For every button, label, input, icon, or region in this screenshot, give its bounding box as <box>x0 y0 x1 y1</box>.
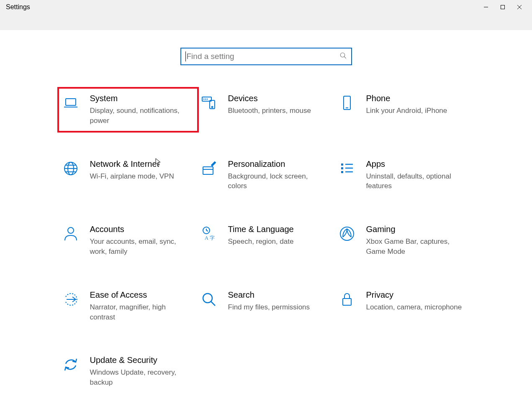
tile-desc: Windows Update, recovery, backup <box>90 368 187 388</box>
tile-accounts[interactable]: Accounts Your accounts, email, sync, wor… <box>59 220 197 262</box>
svg-rect-21 <box>203 167 213 174</box>
tile-title: Update & Security <box>90 355 187 365</box>
time-lang-icon: A字 <box>200 225 217 242</box>
tile-search[interactable]: Search Find my files, permissions <box>197 285 335 327</box>
tile-title: Devices <box>228 94 311 103</box>
person-icon <box>62 225 79 242</box>
svg-point-9 <box>203 99 204 100</box>
tile-desc: Location, camera, microphone <box>366 302 462 312</box>
search-row <box>0 48 532 65</box>
window-controls <box>483 2 532 11</box>
tile-title: Search <box>228 290 310 300</box>
tile-privacy[interactable]: Privacy Location, camera, microphone <box>335 285 473 327</box>
tile-desc: Find my files, permissions <box>228 302 310 312</box>
search-icon <box>339 52 347 61</box>
tile-title: System <box>90 94 187 103</box>
svg-point-11 <box>207 99 207 100</box>
svg-rect-25 <box>341 167 343 169</box>
content-area: System Display, sound, notifications, po… <box>0 30 532 406</box>
tile-update-security[interactable]: Update & Security Windows Update, recove… <box>59 350 197 393</box>
lock-icon <box>339 291 355 308</box>
tile-desc: Bluetooth, printers, mouse <box>228 106 311 116</box>
brush-icon <box>200 160 217 177</box>
tile-title: Network & Internet <box>90 159 174 169</box>
close-button[interactable] <box>517 4 522 11</box>
tile-desc: Wi-Fi, airplane mode, VPN <box>90 171 174 181</box>
text-cursor <box>185 51 186 61</box>
list-icon <box>339 160 355 177</box>
update-icon <box>62 356 79 373</box>
tile-personalization[interactable]: Personalization Background, lock screen,… <box>197 154 335 197</box>
svg-line-37 <box>211 301 215 306</box>
tile-title: Personalization <box>228 159 325 169</box>
tile-desc: Background, lock screen, colors <box>228 171 325 192</box>
tile-devices[interactable]: Devices Bluetooth, printers, mouse <box>197 89 335 131</box>
tile-desc: Your accounts, email, sync, work, family <box>90 237 187 257</box>
svg-rect-38 <box>343 299 351 305</box>
tile-title: Privacy <box>366 290 462 300</box>
svg-point-4 <box>340 53 345 57</box>
svg-line-5 <box>344 56 346 59</box>
search-box[interactable] <box>180 48 352 65</box>
search-icon <box>200 291 217 308</box>
tile-phone[interactable]: Phone Link your Android, iPhone <box>335 89 473 131</box>
titlebar: Settings <box>0 0 532 30</box>
svg-point-10 <box>205 99 206 100</box>
svg-point-29 <box>68 227 74 233</box>
maximize-button[interactable] <box>500 4 505 11</box>
svg-rect-6 <box>66 99 76 105</box>
tile-network[interactable]: Network & Internet Wi-Fi, airplane mode,… <box>59 154 197 197</box>
tile-desc: Uninstall, defaults, optional features <box>366 171 463 192</box>
tile-desc: Link your Android, iPhone <box>366 106 447 116</box>
tile-desc: Display, sound, notifications, power <box>90 106 187 126</box>
svg-text:字: 字 <box>210 235 215 241</box>
window-title: Settings <box>0 2 30 11</box>
tile-title: Apps <box>366 159 463 169</box>
tile-desc: Narrator, magnifier, high contrast <box>90 302 187 322</box>
tile-title: Ease of Access <box>90 290 187 300</box>
tile-title: Accounts <box>90 225 187 234</box>
globe-icon <box>62 160 79 177</box>
svg-text:A: A <box>205 235 208 241</box>
minimize-button[interactable] <box>483 4 488 11</box>
tile-system[interactable]: System Display, sound, notifications, po… <box>59 89 197 131</box>
devices-icon <box>200 94 217 111</box>
tile-title: Phone <box>366 94 447 103</box>
svg-line-32 <box>206 230 208 231</box>
tile-title: Gaming <box>366 225 463 234</box>
svg-rect-23 <box>341 163 343 166</box>
phone-icon <box>339 94 355 111</box>
svg-point-36 <box>203 294 212 303</box>
tile-title: Time & Language <box>228 225 294 234</box>
tile-desc: Speech, region, date <box>228 237 294 247</box>
svg-rect-27 <box>341 171 343 173</box>
gaming-icon <box>339 225 355 242</box>
svg-point-13 <box>211 107 213 108</box>
settings-grid: System Display, sound, notifications, po… <box>0 89 532 406</box>
tile-desc: Xbox Game Bar, captures, Game Mode <box>366 237 463 257</box>
tile-time-language[interactable]: A字 Time & Language Speech, region, date <box>197 220 335 262</box>
tile-ease-of-access[interactable]: Ease of Access Narrator, magnifier, high… <box>59 285 197 327</box>
svg-rect-1 <box>501 5 505 9</box>
laptop-icon <box>62 94 79 111</box>
ease-icon <box>62 291 79 308</box>
search-input[interactable] <box>187 52 339 61</box>
tile-apps[interactable]: Apps Uninstall, defaults, optional featu… <box>335 154 473 197</box>
tile-gaming[interactable]: Gaming Xbox Game Bar, captures, Game Mod… <box>335 220 473 262</box>
